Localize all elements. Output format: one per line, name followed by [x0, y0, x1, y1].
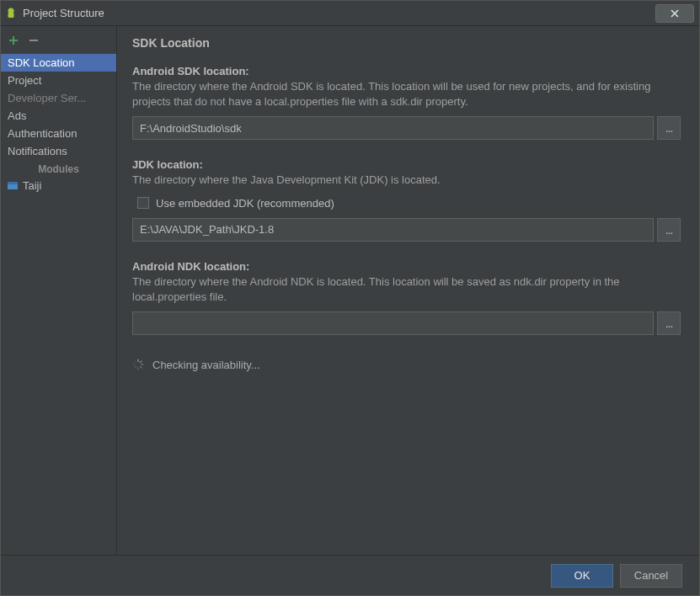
embedded-jdk-label: Use embedded JDK (recommended): [156, 197, 334, 210]
close-button[interactable]: [655, 4, 694, 23]
android-sdk-input[interactable]: [132, 116, 654, 140]
sidebar-item-notifications[interactable]: Notifications: [1, 142, 116, 160]
page-title: SDK Location: [132, 36, 681, 50]
app-icon: [4, 7, 18, 20]
sidebar: SDK Location Project Developer Ser... Ad…: [1, 26, 117, 555]
dialog-footer: OK Cancel: [1, 555, 699, 595]
embedded-jdk-checkbox[interactable]: [137, 197, 149, 209]
sidebar-item-label: Ads: [8, 109, 26, 122]
sidebar-item-project[interactable]: Project: [1, 72, 116, 89]
sidebar-item-authentication[interactable]: Authentication: [1, 125, 116, 142]
android-sdk-browse-button[interactable]: ...: [657, 116, 681, 140]
ok-button-label: OK: [574, 569, 590, 582]
project-structure-dialog: Project Structure SDK Location: [0, 0, 700, 596]
svg-line-9: [135, 367, 136, 369]
dialog-body: SDK Location Project Developer Ser... Ad…: [1, 26, 699, 595]
android-ndk-input[interactable]: [132, 311, 654, 335]
android-ndk-label: Android NDK location:: [132, 260, 681, 273]
jdk-label: JDK location:: [132, 158, 681, 171]
window-title: Project Structure: [23, 7, 655, 19]
svg-rect-3: [8, 182, 18, 184]
modules-heading: Modules: [1, 160, 116, 177]
module-icon: [6, 178, 19, 192]
embedded-jdk-row: Use embedded JDK (recommended): [132, 195, 681, 218]
content-area: SDK Location Project Developer Ser... Ad…: [1, 26, 699, 555]
sidebar-item-label: Developer Ser...: [8, 92, 86, 104]
jdk-input-row: ...: [132, 218, 681, 242]
cancel-button-label: Cancel: [634, 569, 668, 582]
jdk-desc: The directory where the Java Development…: [132, 173, 681, 188]
android-sdk-input-row: ...: [132, 116, 681, 140]
svg-line-7: [141, 367, 142, 369]
cancel-button[interactable]: Cancel: [620, 564, 682, 588]
jdk-group: JDK location: The directory where the Ja…: [132, 158, 681, 241]
add-icon[interactable]: [8, 35, 19, 49]
module-label: Taiji: [23, 179, 41, 192]
sidebar-item-developer-services[interactable]: Developer Ser...: [1, 89, 116, 107]
sidebar-item-ads[interactable]: Ads: [1, 107, 116, 125]
sidebar-item-label: SDK Location: [8, 56, 75, 69]
remove-icon[interactable]: [28, 35, 40, 49]
jdk-input[interactable]: [132, 218, 654, 242]
android-ndk-input-row: ...: [132, 311, 681, 335]
svg-line-11: [135, 361, 136, 363]
android-ndk-desc: The directory where the Android NDK is l…: [132, 274, 681, 305]
spinner-icon: [132, 359, 144, 370]
sidebar-item-sdk-location[interactable]: SDK Location: [1, 54, 116, 72]
sidebar-item-label: Project: [8, 74, 41, 87]
titlebar: Project Structure: [1, 1, 699, 26]
sidebar-item-label: Notifications: [8, 145, 67, 157]
android-sdk-group: Android SDK location: The directory wher…: [132, 65, 681, 140]
svg-rect-1: [8, 13, 14, 18]
main-panel: SDK Location Android SDK location: The d…: [117, 26, 699, 555]
android-sdk-desc: The directory where the Android SDK is l…: [132, 79, 681, 109]
svg-line-5: [141, 361, 142, 363]
status-text: Checking availability...: [152, 359, 260, 371]
status-row: Checking availability...: [132, 354, 681, 371]
jdk-browse-button[interactable]: ...: [657, 218, 681, 242]
android-sdk-label: Android SDK location:: [132, 65, 681, 77]
sidebar-toolbar: [1, 35, 116, 54]
android-ndk-browse-button[interactable]: ...: [657, 311, 681, 335]
ok-button[interactable]: OK: [551, 564, 613, 588]
sidebar-module-taiji[interactable]: Taiji: [1, 177, 116, 194]
sidebar-item-label: Authentication: [8, 127, 77, 140]
android-ndk-group: Android NDK location: The directory wher…: [132, 260, 681, 335]
